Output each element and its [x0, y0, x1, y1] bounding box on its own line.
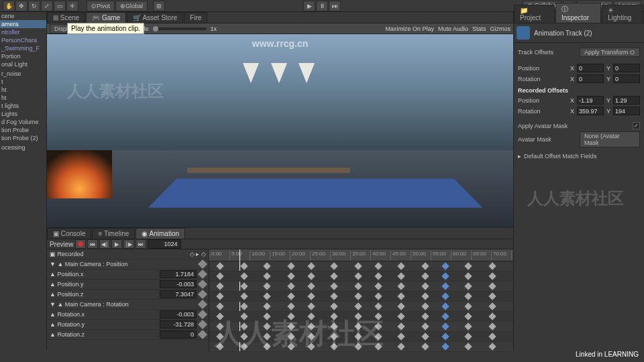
hierarchy-item[interactable]: PersonChara	[0, 36, 46, 44]
keyframe[interactable]	[307, 302, 315, 310]
keyframe[interactable]	[374, 272, 382, 280]
keyframe[interactable]	[421, 292, 429, 300]
tab-console[interactable]: ▣ Console	[47, 228, 91, 239]
keyframe[interactable]	[397, 282, 405, 290]
keyframe[interactable]	[354, 343, 362, 350]
tab-inspector[interactable]: ⓘ Inspector	[555, 3, 601, 23]
keyframe-icon[interactable]	[198, 330, 207, 339]
property-row[interactable]: ▲ Rotation.y-31.728	[47, 320, 209, 330]
keyframe[interactable]	[374, 312, 382, 320]
property-value[interactable]: -31.728	[160, 320, 197, 328]
property-row[interactable]: ▲ Position.x1.7184	[47, 269, 209, 280]
hierarchy-item[interactable]: ht	[0, 94, 46, 102]
keyframe[interactable]	[374, 322, 382, 330]
keyframe[interactable]	[263, 262, 270, 269]
keyframe[interactable]	[240, 322, 248, 330]
keyframe[interactable]	[263, 312, 270, 320]
dope-row[interactable]	[209, 302, 513, 312]
keyframe[interactable]	[397, 322, 405, 330]
position-x-field[interactable]	[577, 64, 604, 72]
keyframe[interactable]	[263, 292, 270, 300]
hand-tool-icon[interactable]: ✋	[3, 1, 15, 11]
keyframe[interactable]	[441, 312, 449, 320]
keyframe[interactable]	[263, 333, 270, 340]
avatar-mask-checkbox[interactable]: ✓	[633, 122, 640, 129]
keyframe[interactable]	[397, 262, 405, 269]
dope-row[interactable]	[209, 322, 513, 332]
keyframe[interactable]	[488, 272, 496, 280]
hierarchy-item[interactable]: ocessing	[0, 143, 46, 152]
property-row[interactable]: ▲ Position.y-0.003	[47, 280, 209, 290]
clip-dropdown[interactable]: ▣ Recorded ◇ ▸ ◇	[47, 249, 209, 259]
keyframe[interactable]	[330, 322, 337, 330]
global-button[interactable]: ⊕ Global	[115, 1, 148, 11]
rotate-tool-icon[interactable]: ↻	[28, 1, 40, 11]
hierarchy-item[interactable]: t	[0, 78, 46, 86]
keyframe[interactable]	[287, 333, 294, 340]
first-frame-button[interactable]: ⏮	[87, 239, 98, 249]
keyframe[interactable]	[464, 262, 472, 269]
keyframe[interactable]	[240, 333, 248, 340]
property-value[interactable]: -0.003	[160, 310, 197, 318]
anim-play-button[interactable]: ▶	[111, 239, 122, 249]
rotation-x-field[interactable]	[577, 74, 604, 83]
keyframe-icon[interactable]	[198, 310, 207, 319]
dope-row[interactable]	[209, 342, 513, 352]
keyframe[interactable]	[421, 262, 429, 269]
next-frame-button[interactable]: ∣▶	[123, 239, 134, 249]
hierarchy-item[interactable]: d Fog Volume	[0, 118, 46, 126]
keyframe[interactable]	[421, 343, 429, 350]
keyframe[interactable]	[287, 272, 294, 280]
prev-frame-button[interactable]: ◀∣	[99, 239, 110, 249]
keyframe[interactable]	[330, 282, 337, 290]
keyframe[interactable]	[287, 343, 294, 350]
keyframe[interactable]	[216, 312, 223, 320]
property-value[interactable]: -0.003	[160, 280, 197, 288]
keyframe[interactable]	[397, 333, 405, 340]
keyframe[interactable]	[287, 322, 294, 330]
property-row[interactable]: ▼ ▲ Main Camera : Position	[47, 259, 209, 269]
pivot-button[interactable]: ⊙ Pivot	[87, 1, 115, 11]
time-ruler[interactable]: 0:005:0010:0015:0020:0025:0030:0035:0040…	[209, 249, 513, 261]
dope-row[interactable]	[209, 261, 513, 272]
default-offset-foldout[interactable]: Default Offset Match Fields	[524, 153, 640, 160]
keyframe[interactable]	[307, 343, 315, 350]
tab-timeline[interactable]: ≡ Timeline	[92, 228, 135, 239]
tab-lighting[interactable]: ☀ Lighting	[602, 5, 643, 23]
keyframe[interactable]	[240, 272, 248, 280]
tab-animation[interactable]: ◉ Animation	[136, 228, 185, 239]
snap-icon[interactable]: ⊞	[153, 1, 165, 11]
keyframe[interactable]	[240, 312, 248, 320]
transform-tool-icon[interactable]: ✛	[66, 1, 78, 11]
maximize-toggle[interactable]: Maximize On Play	[385, 25, 434, 32]
keyframe[interactable]	[330, 292, 337, 300]
keyframe[interactable]	[216, 333, 223, 340]
keyframe[interactable]	[397, 343, 405, 350]
keyframe[interactable]	[354, 292, 362, 300]
keyframe[interactable]	[441, 262, 449, 269]
rect-tool-icon[interactable]: ▭	[54, 1, 66, 11]
keyframe[interactable]	[464, 272, 472, 280]
property-row[interactable]: ▲ Rotation.x-0.003	[47, 310, 209, 320]
dope-row[interactable]	[209, 272, 513, 282]
hierarchy-item[interactable]: onal Light	[0, 60, 46, 68]
play-button[interactable]: ▶	[303, 1, 315, 11]
keyframe[interactable]	[374, 302, 382, 310]
hierarchy-item[interactable]: ntroller	[0, 28, 46, 36]
keyframe[interactable]	[330, 272, 337, 280]
keyframe[interactable]	[374, 292, 382, 300]
keyframe[interactable]	[240, 292, 248, 300]
property-value[interactable]: 1.7184	[160, 270, 197, 278]
keyframe[interactable]	[216, 262, 223, 269]
keyframe[interactable]	[488, 282, 496, 290]
keyframe[interactable]	[421, 302, 429, 310]
keyframe[interactable]	[421, 272, 429, 280]
hierarchy-item[interactable]: cene	[0, 12, 46, 20]
property-value[interactable]: 0	[160, 330, 197, 339]
keyframe[interactable]	[464, 302, 472, 310]
keyframe[interactable]	[441, 292, 449, 300]
keyframe[interactable]	[441, 302, 449, 310]
keyframe[interactable]	[216, 343, 223, 350]
keyframe[interactable]	[397, 312, 405, 320]
keyframe[interactable]	[354, 262, 362, 269]
